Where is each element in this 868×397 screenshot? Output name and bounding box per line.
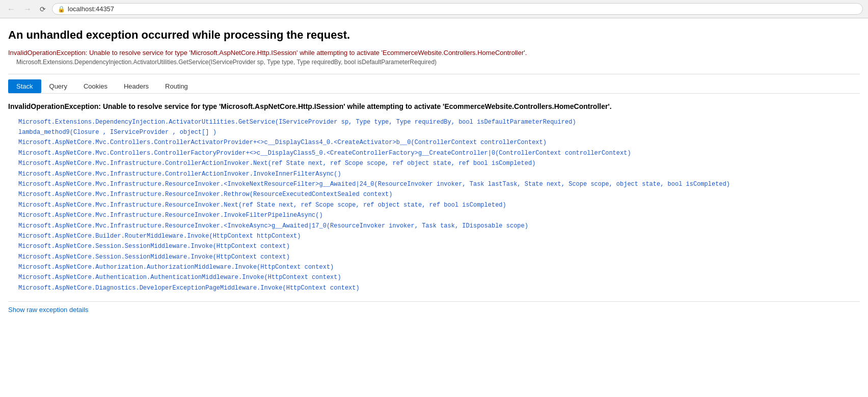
forward-button[interactable]: →: [21, 4, 34, 15]
stack-section: InvalidOperationException: Unable to res…: [8, 102, 860, 293]
back-button[interactable]: ←: [5, 4, 17, 15]
stack-frame: Microsoft.AspNetCore.Mvc.Infrastructure.…: [18, 179, 860, 189]
stack-frame: Microsoft.AspNetCore.Mvc.Infrastructure.…: [18, 169, 860, 179]
stack-frame: Microsoft.AspNetCore.Mvc.Controllers.Con…: [18, 148, 860, 158]
reload-button[interactable]: ⟳: [38, 4, 48, 14]
address-bar[interactable]: 🔒 localhost:44357: [52, 3, 863, 15]
tab-query[interactable]: Query: [41, 79, 75, 93]
stack-frame: Microsoft.AspNetCore.Session.SessionMidd…: [18, 252, 860, 262]
stack-frame: Microsoft.AspNetCore.Mvc.Infrastructure.…: [18, 200, 860, 210]
exception-detail: Microsoft.Extensions.DependencyInjection…: [8, 59, 860, 66]
stack-frame: Microsoft.AspNetCore.Mvc.Infrastructure.…: [18, 210, 860, 220]
stack-frame: Microsoft.AspNetCore.Authentication.Auth…: [18, 272, 860, 282]
page-content: An unhandled exception occurred while pr…: [0, 18, 868, 324]
address-text: localhost:44357: [68, 5, 114, 13]
main-error-title: An unhandled exception occurred while pr…: [8, 29, 860, 42]
stack-exception-header: InvalidOperationException: Unable to res…: [8, 102, 860, 112]
stack-frame: Microsoft.AspNetCore.Mvc.Controllers.Con…: [18, 137, 860, 148]
divider-1: [8, 74, 860, 74]
browser-chrome: ← → ⟳ 🔒 localhost:44357: [0, 0, 868, 18]
lock-icon: 🔒: [58, 6, 65, 13]
stack-frame: Microsoft.AspNetCore.Mvc.Infrastructure.…: [18, 189, 860, 200]
stack-trace: Microsoft.Extensions.DependencyInjection…: [8, 117, 860, 294]
tabs-bar: Stack Query Cookies Headers Routing: [8, 79, 860, 94]
stack-frame: Microsoft.AspNetCore.Mvc.Infrastructure.…: [18, 221, 860, 231]
show-raw-link[interactable]: Show raw exception details: [8, 301, 860, 314]
tab-cookies[interactable]: Cookies: [75, 79, 116, 93]
tab-headers[interactable]: Headers: [116, 79, 157, 93]
stack-frame: Microsoft.AspNetCore.Session.SessionMidd…: [18, 241, 860, 251]
stack-frame: Microsoft.AspNetCore.Mvc.Infrastructure.…: [18, 158, 860, 168]
stack-frame: lambda_method9(Closure , IServiceProvide…: [18, 127, 860, 137]
tab-stack[interactable]: Stack: [8, 79, 41, 93]
stack-frame: Microsoft.AspNetCore.Builder.RouterMiddl…: [18, 231, 860, 241]
stack-frame: Microsoft.Extensions.DependencyInjection…: [18, 117, 860, 127]
stack-frame: Microsoft.AspNetCore.Authorization.Autho…: [18, 262, 860, 272]
tab-routing[interactable]: Routing: [157, 79, 196, 93]
stack-frame: Microsoft.AspNetCore.Diagnostics.Develop…: [18, 283, 860, 293]
exception-type: InvalidOperationException: Unable to res…: [8, 49, 860, 56]
